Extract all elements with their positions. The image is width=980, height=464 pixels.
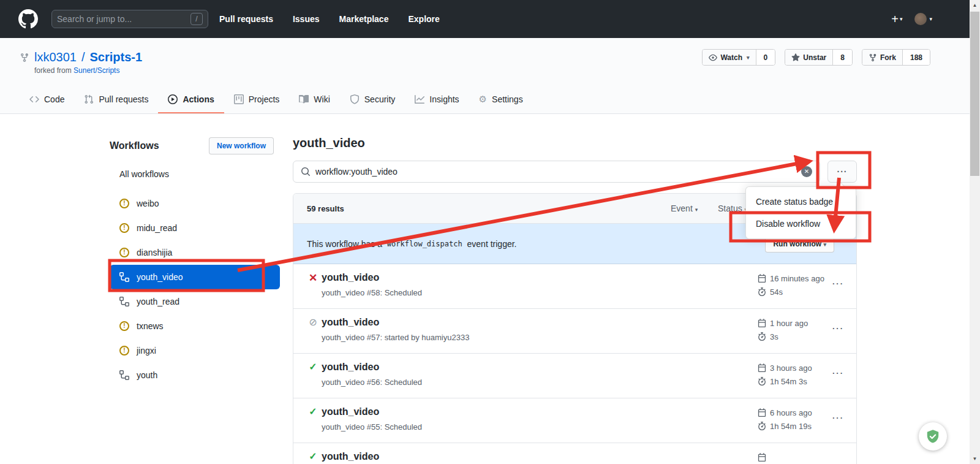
github-header: / Pull requests Issues Marketplace Explo…	[0, 0, 980, 38]
workflow-icon	[119, 272, 129, 282]
page-scrollbar[interactable]: ▲ ▼	[970, 0, 980, 464]
star-count[interactable]: 8	[832, 50, 852, 65]
repo-owner-link[interactable]: lxk0301	[34, 50, 77, 64]
sidebar-item-youth-read[interactable]: youth_read	[110, 289, 274, 314]
tab-insights[interactable]: Insights	[405, 86, 469, 113]
nav-marketplace[interactable]: Marketplace	[339, 14, 389, 24]
sidebar-item-weibo[interactable]: ! weibo	[110, 191, 274, 216]
watch-count[interactable]: 0	[756, 50, 775, 65]
plus-icon: +	[891, 12, 899, 26]
run-title-link[interactable]: youth_video	[322, 317, 379, 328]
green-shield-check-icon	[925, 428, 941, 444]
page-title: youth_video	[293, 136, 857, 150]
tab-settings[interactable]: ⚙ Settings	[469, 86, 533, 113]
run-time: 3 hours ago	[770, 363, 812, 373]
chevron-down-icon: ▾	[900, 16, 903, 22]
run-options-kebab-button[interactable]: ···	[832, 279, 844, 288]
user-menu-button[interactable]: ▾	[914, 13, 932, 25]
run-title-link[interactable]: youth_video	[322, 362, 379, 373]
tab-security[interactable]: Security	[340, 86, 405, 113]
forked-from-link[interactable]: Sunert/Scripts	[74, 66, 119, 75]
scroll-down-icon[interactable]: ▼	[970, 454, 980, 464]
run-title-link[interactable]: youth_video	[322, 406, 379, 417]
success-check-icon: ✓	[307, 361, 319, 373]
global-search-input[interactable]	[57, 14, 190, 24]
workflow-icon	[119, 370, 129, 380]
repo-social-actions: Watch ▾ 0 Unstar 8 Fork 188	[702, 49, 930, 66]
sidebar-item-midu-read[interactable]: ! midu_read	[110, 216, 274, 240]
status-filter-label: Status	[718, 203, 742, 213]
results-count: 59 results	[307, 204, 344, 213]
workflow-run-search[interactable]: ✕	[293, 161, 820, 183]
tab-label: Code	[44, 94, 64, 104]
tab-code[interactable]: Code	[20, 86, 74, 113]
fork-count[interactable]: 188	[902, 50, 930, 65]
calendar-icon	[758, 363, 766, 372]
tab-actions[interactable]: Actions	[158, 86, 224, 113]
sidebar-item-jingxi[interactable]: ! jingxi	[110, 338, 274, 363]
header-nav: Pull requests Issues Marketplace Explore	[219, 14, 440, 24]
pull-request-icon	[84, 94, 94, 104]
failure-x-icon: ✕	[307, 272, 319, 284]
run-time: 16 minutes ago	[770, 274, 824, 283]
sidebar-item-dianshijia[interactable]: ! dianshijia	[110, 240, 274, 265]
tab-label: Pull requests	[99, 94, 148, 104]
eye-icon	[709, 53, 717, 62]
tab-pull-requests[interactable]: Pull requests	[74, 86, 158, 113]
fork-button[interactable]: Fork	[862, 50, 902, 65]
book-icon	[299, 94, 309, 104]
workflows-title: Workflows	[110, 140, 159, 151]
nav-explore[interactable]: Explore	[408, 14, 439, 24]
tab-projects[interactable]: Projects	[224, 86, 290, 113]
scrollbar-thumb[interactable]	[970, 12, 979, 176]
tab-label: Projects	[249, 94, 280, 104]
menu-item-disable-workflow[interactable]: Disable workflow	[746, 213, 856, 235]
repo-name-link[interactable]: Scripts-1	[90, 50, 143, 64]
status-filter-dropdown[interactable]: Status ▾	[718, 203, 747, 213]
run-title-link[interactable]: youth_video	[322, 272, 379, 283]
clear-search-button[interactable]: ✕	[801, 166, 812, 177]
run-duration: 1h 54m 3s	[770, 377, 807, 386]
run-options-kebab-button[interactable]: ···	[832, 413, 844, 422]
sidebar-item-youth[interactable]: youth	[110, 363, 274, 387]
run-options-kebab-button[interactable]: ···	[832, 324, 844, 333]
success-check-icon: ✓	[307, 406, 319, 417]
global-search[interactable]: /	[51, 10, 208, 28]
stopwatch-icon	[758, 422, 766, 430]
sidebar-item-all-workflows[interactable]: All workflows	[110, 162, 274, 186]
run-options-kebab-button[interactable]: ···	[832, 368, 844, 378]
event-filter-dropdown[interactable]: Event ▾	[671, 203, 698, 213]
tab-label: Wiki	[314, 94, 330, 104]
warning-icon: !	[119, 199, 129, 208]
tab-wiki[interactable]: Wiki	[289, 86, 339, 113]
run-subtitle: youth_video #57: started by huamiyu2333	[322, 333, 469, 342]
watch-button[interactable]: Watch ▾	[703, 50, 755, 65]
run-filter-input[interactable]	[315, 167, 796, 177]
chevron-down-icon: ▾	[747, 55, 750, 61]
workflow-runs-main: youth_video ✕ ··· 59 results Event ▾ Sta…	[293, 136, 857, 464]
nav-pull-requests[interactable]: Pull requests	[219, 14, 273, 24]
run-title-link[interactable]: youth_video	[322, 451, 379, 462]
nav-issues[interactable]: Issues	[293, 14, 320, 24]
sidebar-item-youth-video[interactable]: youth_video	[110, 265, 280, 289]
fork-button-group: Fork 188	[862, 49, 930, 66]
success-check-icon: ✓	[307, 451, 319, 462]
run-row-55: ✓ youth_video youth_video #55: Scheduled…	[293, 398, 856, 443]
sidebar-item-txnews[interactable]: ! txnews	[110, 314, 274, 338]
watch-label: Watch	[720, 53, 742, 62]
scroll-up-icon[interactable]: ▲	[970, 0, 980, 10]
new-workflow-button[interactable]: New workflow	[209, 137, 274, 154]
banner-text: event trigger.	[467, 239, 517, 249]
star-icon	[791, 53, 800, 62]
menu-item-create-status-badge[interactable]: Create status badge	[746, 191, 856, 213]
run-workflow-label: Run workflow	[773, 240, 821, 248]
run-meta: 16 minutes ago 54s	[758, 272, 824, 299]
github-logo-icon[interactable]	[18, 9, 38, 29]
unstar-button[interactable]: Unstar	[785, 50, 832, 65]
create-new-button[interactable]: + ▾	[891, 12, 902, 26]
chevron-down-icon: ▾	[823, 242, 826, 248]
cancelled-icon: ⊘	[307, 316, 319, 328]
adblock-shield-badge[interactable]	[919, 422, 947, 451]
repo-header: lxk0301 / Scripts-1 forked from Sunert/S…	[0, 38, 980, 114]
chevron-down-icon: ▾	[929, 16, 932, 22]
